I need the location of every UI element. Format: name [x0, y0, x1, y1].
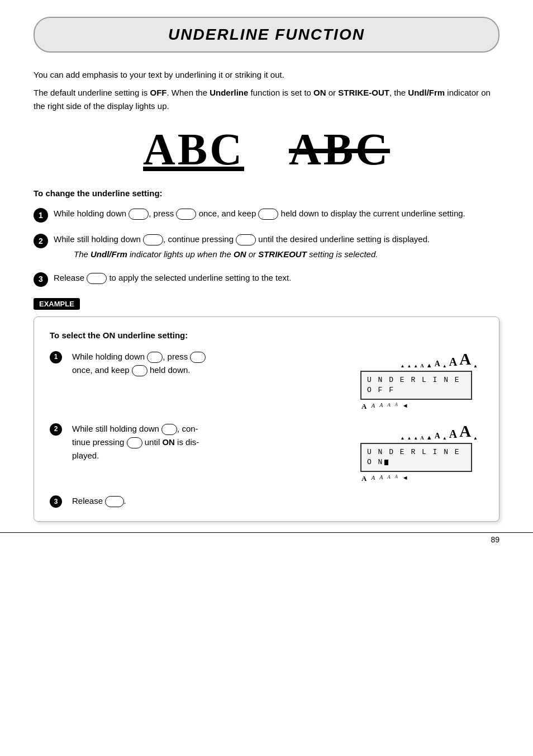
example-step-3-desc: Release .	[72, 494, 126, 508]
ex-key-2b	[127, 437, 142, 448]
key-btn-1b	[176, 209, 196, 220]
abc-underline: ABC	[143, 124, 244, 175]
abc-size-row-1: ▲ ▲ ▲ A ▲ A ▲ A A ▲	[360, 350, 483, 368]
page-title: UNDERLINE FUNCTION	[46, 26, 487, 44]
example-label: EXAMPLE	[34, 298, 80, 310]
example-heading: To select the ON underline setting:	[50, 330, 483, 340]
example-step-2: 2 While still holding down , con- tinue …	[50, 422, 483, 483]
example-step-2-text: 2 While still holding down , con- tinue …	[50, 422, 349, 462]
bottom-indicators-1: A A A A A ◄	[361, 402, 483, 411]
step-3-num: 3	[34, 272, 48, 287]
example-display-1: ▲ ▲ ▲ A ▲ A ▲ A A ▲ U N D E R L I N E O …	[360, 350, 483, 411]
abc-strikeout: ABC	[289, 124, 390, 175]
example-display-2: ▲ ▲ ▲ A ▲ A ▲ A A ▲ U N D E R L I N E O …	[360, 422, 483, 483]
lcd-row-2-1: U N D E R L I N E	[367, 447, 465, 457]
lcd-row-2-2: O N	[367, 457, 465, 467]
example-step-1: 1 While holding down , press once, and k…	[50, 350, 483, 411]
ex-key-1a	[147, 352, 163, 363]
ex-key-1b	[190, 352, 206, 363]
step-2-num: 2	[34, 234, 48, 248]
key-btn-2b	[236, 234, 256, 245]
step-2-content: While still holding down , continue pres…	[54, 233, 499, 261]
key-btn-2a	[143, 234, 163, 245]
abc-demo: ABC ABC	[34, 124, 499, 175]
lcd-display-1: U N D E R L I N E O F F	[360, 371, 472, 400]
step-1-content: While holding down , press once, and kee…	[54, 207, 499, 220]
key-btn-3a	[87, 273, 107, 284]
step-2: 2 While still holding down , continue pr…	[34, 233, 499, 261]
page-number: 89	[491, 535, 499, 544]
bottom-divider	[0, 532, 533, 533]
key-btn-1a	[129, 209, 149, 220]
step-1-num: 1	[34, 208, 48, 223]
intro-line-1: You can add emphasis to your text by und…	[34, 68, 499, 82]
change-heading: To change the underline setting:	[34, 188, 499, 198]
example-step-1-text: 1 While holding down , press once, and k…	[50, 350, 349, 377]
example-step-3: 3 Release .	[50, 494, 483, 508]
example-step-3-num: 3	[50, 495, 62, 508]
step-2-note: The Undl/Frm indicator lights up when th…	[74, 248, 499, 261]
step-3: 3 Release to apply the selected underlin…	[34, 271, 499, 287]
example-step-2-num: 2	[50, 423, 62, 436]
abc-size-row-2: ▲ ▲ ▲ A ▲ A ▲ A A ▲	[360, 422, 483, 441]
steps-list: 1 While holding down , press once, and k…	[34, 207, 499, 287]
key-btn-1c	[258, 209, 278, 220]
cursor-rect	[384, 460, 388, 465]
example-step-3-text: 3 Release .	[50, 494, 349, 508]
page-title-box: UNDERLINE FUNCTION	[34, 17, 499, 53]
example-step-1-desc: While holding down , press once, and kee…	[72, 350, 206, 377]
step-1: 1 While holding down , press once, and k…	[34, 207, 499, 223]
example-step-2-desc: While still holding down , con- tinue pr…	[72, 422, 199, 462]
intro-line-2: The default underline setting is OFF. Wh…	[34, 86, 499, 113]
ex-key-3a	[105, 496, 123, 507]
bottom-indicators-2: A A A A A ◄	[361, 474, 483, 483]
step-3-content: Release to apply the selected underline …	[54, 271, 499, 285]
ex-key-2a	[161, 424, 177, 435]
example-box: To select the ON underline setting: 1 Wh…	[34, 316, 499, 522]
example-step-1-num: 1	[50, 351, 62, 363]
lcd-row-1-2: O F F	[367, 385, 465, 395]
ex-key-1c	[132, 365, 147, 376]
lcd-display-2: U N D E R L I N E O N	[360, 443, 472, 472]
example-section: EXAMPLE To select the ON underline setti…	[34, 298, 499, 522]
lcd-row-1-1: U N D E R L I N E	[367, 375, 465, 385]
